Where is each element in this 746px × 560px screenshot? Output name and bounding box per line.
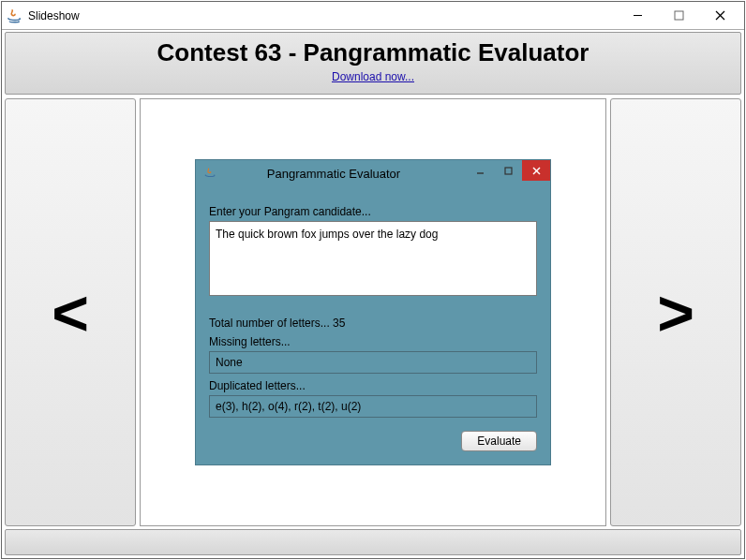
minimize-button[interactable] bbox=[617, 3, 658, 29]
pangram-input[interactable] bbox=[209, 221, 537, 296]
titlebar: Slideshow bbox=[2, 2, 744, 30]
java-icon bbox=[203, 167, 216, 180]
page-title: Contest 63 - Pangrammatic Evaluator bbox=[6, 38, 740, 67]
body-row: < Pangrammatic Evaluator bbox=[2, 95, 744, 529]
inner-window-title: Pangrammatic Evaluator bbox=[220, 167, 466, 181]
inner-maximize-button[interactable] bbox=[494, 160, 522, 181]
slideshow-window: Slideshow Contest 63 - Pangrammatic Eval… bbox=[1, 1, 745, 559]
missing-letters-label: Missing letters... bbox=[209, 335, 537, 348]
close-button[interactable] bbox=[699, 3, 740, 29]
footer-bar bbox=[5, 529, 741, 555]
duplicated-letters-label: Duplicated letters... bbox=[209, 379, 537, 392]
slide-area: Pangrammatic Evaluator bbox=[140, 98, 606, 526]
inner-titlebar: Pangrammatic Evaluator bbox=[196, 160, 550, 186]
inner-body: Enter your Pangram candidate... Total nu… bbox=[196, 186, 550, 464]
download-link[interactable]: Download now... bbox=[332, 70, 414, 83]
maximize-button[interactable] bbox=[658, 3, 699, 29]
prev-button[interactable]: < bbox=[5, 98, 136, 526]
inner-window: Pangrammatic Evaluator bbox=[195, 159, 551, 465]
header-banner: Contest 63 - Pangrammatic Evaluator Down… bbox=[5, 32, 741, 95]
inner-minimize-button[interactable] bbox=[466, 160, 494, 181]
prompt-label: Enter your Pangram candidate... bbox=[209, 205, 537, 218]
missing-letters-field: None bbox=[209, 351, 537, 374]
window-title: Slideshow bbox=[28, 9, 80, 22]
duplicated-letters-field: e(3), h(2), o(4), r(2), t(2), u(2) bbox=[209, 395, 537, 418]
inner-close-button[interactable] bbox=[522, 160, 550, 181]
total-letters-label: Total number of letters... 35 bbox=[209, 317, 537, 330]
svg-rect-1 bbox=[675, 11, 683, 20]
evaluate-button[interactable]: Evaluate bbox=[461, 431, 537, 451]
next-button[interactable]: > bbox=[610, 98, 741, 526]
svg-rect-5 bbox=[505, 168, 512, 174]
java-icon bbox=[6, 7, 22, 24]
